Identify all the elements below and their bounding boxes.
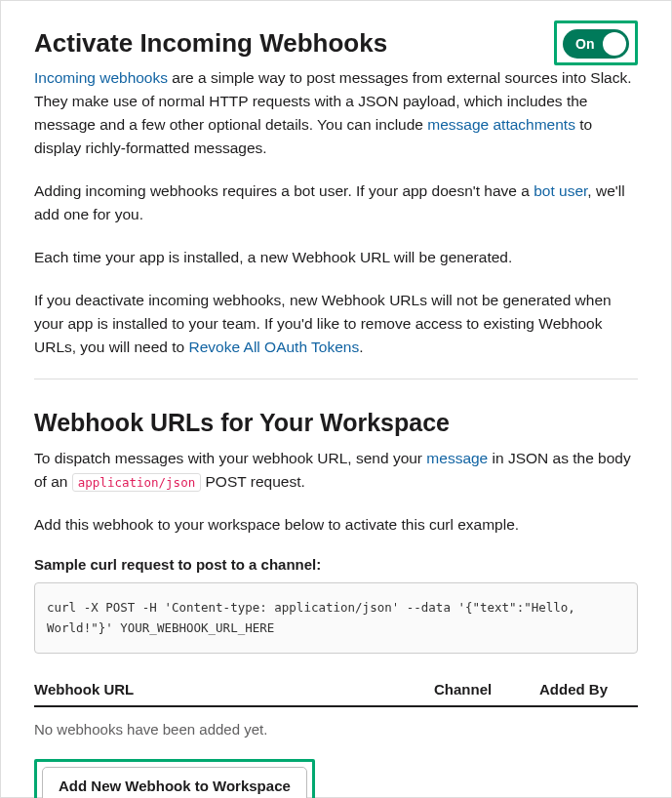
- webhook-table-header: Webhook URL Channel Added By: [34, 681, 638, 707]
- toggle-knob: [603, 32, 626, 56]
- add-button-highlight: Add New Webhook to Workspace: [34, 759, 315, 798]
- empty-webhooks-message: No webhooks have been added yet.: [34, 721, 638, 738]
- activate-heading: Activate Incoming Webhooks: [34, 28, 387, 59]
- content-type-code: application/json: [72, 473, 201, 492]
- section-divider: [34, 379, 638, 379]
- deactivate-paragraph: If you deactivate incoming webhooks, new…: [34, 289, 638, 359]
- toggle-label: On: [575, 36, 594, 52]
- dispatch-paragraph: To dispatch messages with your webhook U…: [34, 447, 638, 494]
- activate-toggle[interactable]: On: [563, 29, 629, 59]
- bot-user-paragraph: Adding incoming webhooks requires a bot …: [34, 180, 638, 226]
- add-webhook-button[interactable]: Add New Webhook to Workspace: [42, 767, 307, 798]
- revoke-tokens-link[interactable]: Revoke All OAuth Tokens: [189, 339, 360, 355]
- col-webhook-url: Webhook URL: [34, 681, 434, 698]
- intro-paragraph: Incoming webhooks are a simple way to po…: [34, 66, 638, 160]
- col-channel: Channel: [434, 681, 539, 698]
- sample-curl-label: Sample curl request to post to a channel…: [34, 556, 638, 573]
- webhooks-panel: Activate Incoming Webhooks On Incoming w…: [0, 0, 672, 798]
- toggle-highlight: On: [554, 20, 638, 65]
- activate-curl-paragraph: Add this webhook to your workspace below…: [34, 513, 638, 537]
- urls-heading: Webhook URLs for Your Workspace: [34, 409, 638, 437]
- incoming-webhooks-link[interactable]: Incoming webhooks: [34, 69, 168, 86]
- curl-codeblock: curl -X POST -H 'Content-type: applicati…: [34, 582, 638, 654]
- message-link[interactable]: message: [426, 450, 488, 466]
- col-added-by: Added By: [539, 681, 638, 698]
- message-attachments-link[interactable]: message attachments: [427, 116, 575, 133]
- install-paragraph: Each time your app is installed, a new W…: [34, 246, 638, 269]
- bot-user-link[interactable]: bot user: [534, 182, 587, 199]
